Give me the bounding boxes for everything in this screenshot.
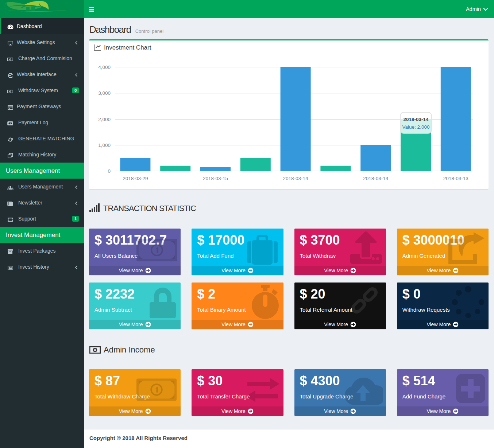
- svg-text:0: 0: [108, 168, 111, 174]
- svg-text:2018-03-14: 2018-03-14: [363, 176, 389, 181]
- svg-text:1,000: 1,000: [98, 143, 111, 148]
- svg-text:2018-03-13: 2018-03-13: [443, 176, 468, 181]
- svg-text:2018-03-14: 2018-03-14: [403, 117, 429, 122]
- svg-text:2018-03-29: 2018-03-29: [123, 176, 148, 181]
- svg-text:Value: 2,000: Value: 2,000: [402, 124, 430, 130]
- svg-text:4,000: 4,000: [98, 65, 111, 70]
- svg-text:2018-03-14: 2018-03-14: [283, 176, 309, 181]
- svg-text:3,000: 3,000: [98, 90, 111, 96]
- svg-text:2,000: 2,000: [98, 117, 111, 122]
- svg-text:2018-03-15: 2018-03-15: [203, 176, 228, 181]
